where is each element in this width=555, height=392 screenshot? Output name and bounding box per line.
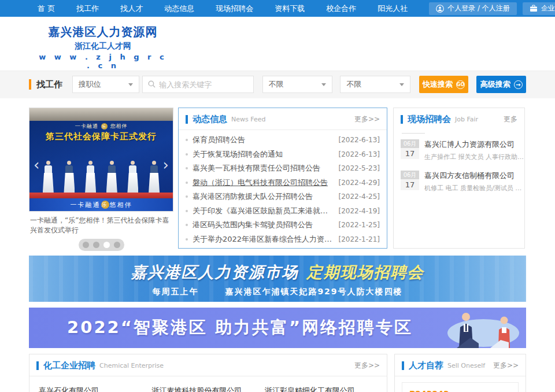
talent-self-recommend-panel: 人才自荐 Sell Oneself 更多>> P243243 男 ｜ 嘉兴市->… <box>394 354 526 392</box>
panel-accent-bar <box>36 361 39 370</box>
news-item[interactable]: 关于恢复现场招聘会的通知 [2022-6-13] <box>186 147 380 162</box>
news-item-date: [2022-4-25] <box>334 193 380 201</box>
carousel-slide[interactable]: 一卡融通 乐 您相伴 第三代社会保障卡正式发行 一卡融通 乐 悠相伴 <box>29 108 173 212</box>
news-item[interactable]: 关于举办2022年港区新春综合性人力资源暨春风... [2022-1-21] <box>186 232 380 247</box>
slide-title: 第三代社会保障卡正式发行 <box>29 131 173 142</box>
banner1-schedule: 每周五上午 <box>152 287 198 296</box>
bullet-icon <box>186 182 188 184</box>
carousel-dot[interactable] <box>83 242 89 248</box>
nav-item[interactable]: 找工作 <box>76 3 99 14</box>
nav-item[interactable]: 资料下载 <box>275 3 305 14</box>
carousel-dot-active[interactable] <box>103 242 110 248</box>
carousel-caption[interactable]: 一卡融通，“乐”您相伴！第三代社会保障卡嘉兴首发仪式举行 <box>29 216 173 236</box>
chemical-panel-subtitle: Chemical Enterprise <box>99 362 164 369</box>
nav-item[interactable]: 阳光人社 <box>378 3 408 14</box>
filter-select-2[interactable]: 不限 <box>340 76 410 93</box>
filter-select-1[interactable]: 不限 <box>262 76 333 93</box>
chevron-down-icon <box>321 83 326 86</box>
briefcase-icon <box>530 5 538 12</box>
advanced-search-button[interactable]: 高级搜索 → <box>476 76 526 93</box>
top-navigation: 首 页 找工作 找人才 动态信息 现场招聘会 资料下载 校企合作 阳光人社 个人… <box>0 0 555 17</box>
news-item-title: 嘉兴港区消防救援大队公开招聘公告 <box>193 191 313 202</box>
news-item[interactable]: 港区码头范围内集卡驾驶员招聘公告 [2022-1-25] <box>186 218 380 232</box>
nav-item[interactable]: 找人才 <box>120 3 143 14</box>
market-job-fair-banner[interactable]: 嘉兴港区人力资源市场定期现场招聘会 每周五上午嘉兴港区乍浦镇天妃路929号人防大… <box>29 256 526 302</box>
quick-search-label: 快速搜索 <box>423 79 453 90</box>
site-title: 嘉兴港区人力资源网 <box>35 24 171 40</box>
search-strip: 找工作 搜职位 不限 不限 快速搜索 GO 高级搜索 → <box>0 71 555 98</box>
job-fair-item[interactable]: 06月 17 嘉兴四方友信制桶有限公司 机修工 电工 质量检验员/测试员 叉车.… <box>394 171 524 193</box>
bullet-icon <box>186 167 188 169</box>
panel-accent-bar <box>186 115 188 124</box>
seal-icon: 乐 <box>101 201 109 209</box>
news-item-date: [2022-1-25] <box>334 221 380 229</box>
news-item[interactable]: 关于印发《嘉兴港区鼓励新员工来港就业补助操作... [2022-4-19] <box>186 204 380 219</box>
arrow-right-icon: → <box>514 80 523 89</box>
panel-accent-bar <box>401 115 403 124</box>
filter-2-value: 不限 <box>346 79 361 90</box>
talent-id: P243243 <box>409 389 511 392</box>
chemical-company-item[interactable]: 嘉兴石化有限公司 工艺员 设备管理 警卫（残疾工） <box>39 386 151 392</box>
chemical-company-item[interactable]: 浙江彩皇精细化工有限公司 普工（制造科） 营业担当 <box>265 386 378 392</box>
bullet-icon <box>186 238 188 241</box>
news-item[interactable]: 磐动（浙江）电气科技有限公司招聘公告 [2022-4-29] <box>186 176 380 190</box>
people-illustration <box>430 308 523 348</box>
personal-login-label: 个人登录 / 个人注册 <box>447 3 510 13</box>
bullet-icon <box>186 224 188 226</box>
person-icon <box>436 5 444 13</box>
news-item-title: 保育员招聘公告 <box>193 135 245 145</box>
job-fair-item[interactable]: 06月 17 嘉兴汇博人力资源有限公司 生产操作工 报关文员 人事行政助理... <box>394 139 524 161</box>
advanced-search-label: 高级搜索 <box>480 79 510 90</box>
company-name: 浙江彩皇精细化工有限公司 <box>265 386 378 392</box>
news-item-title: 关于举办2022年港区新春综合性人力资源暨春风... <box>193 234 334 245</box>
panel-accent-bar <box>402 361 404 370</box>
news-item-title: 港区码头范围内集卡驾驶员招聘公告 <box>193 220 313 230</box>
keyword-search-field[interactable] <box>142 76 253 93</box>
news-item-date: [2022-6-13] <box>334 150 380 158</box>
job-fair-positions: 机修工 电工 质量检验员/测试员 叉车... <box>424 184 524 193</box>
date-badge: 06月 17 <box>401 171 419 193</box>
chemical-panel-title: 化工企业招聘 <box>43 360 95 371</box>
quick-search-button[interactable]: 快速搜索 GO <box>419 76 469 93</box>
banner1-title-yellow: 定期现场招聘会 <box>307 263 424 281</box>
site-subtitle: 浙江化工人才网 <box>35 41 171 51</box>
banner1-address: 嘉兴港区乍浦镇天妃路929号人防大楼四楼 <box>225 287 402 296</box>
carousel-dot[interactable] <box>93 242 99 248</box>
nav-item[interactable]: 动态信息 <box>164 3 194 14</box>
date-badge: 06月 17 <box>401 139 419 161</box>
slide-tagline: 一卡融通 乐 您相伴 <box>29 123 173 130</box>
carousel-next-arrow[interactable]: › <box>163 159 169 171</box>
nav-item[interactable]: 现场招聘会 <box>216 3 253 14</box>
slide-footer-banner: 一卡融通 乐 悠相伴 <box>29 198 173 211</box>
chemical-company-item[interactable]: 浙江麦堆科技股份有限公司 销售专员 会计 土建主管 <box>151 386 264 392</box>
news-item-title: 嘉兴美一瓦科技有限责任公司招聘公告 <box>193 163 320 173</box>
search-category-select[interactable]: 搜职位 <box>72 76 140 93</box>
online-recruitment-banner[interactable]: 2022“智聚港区 助力共富”网络招聘专区 <box>29 308 526 348</box>
news-item-title: 磐动（浙江）电气科技有限公司招聘公告 <box>193 177 328 188</box>
carousel-prev-arrow[interactable]: ‹ <box>34 159 39 171</box>
job-fair-positions: 生产操作工 报关文员 人事行政助理... <box>424 153 524 161</box>
news-item[interactable]: 嘉兴港区消防救援大队公开招聘公告 [2022-4-25] <box>186 190 380 204</box>
talent-card[interactable]: P243243 男 ｜ 嘉兴市->嘉兴港区 ｜ 八年以上 <box>402 382 519 392</box>
site-logo[interactable]: 嘉兴港区人力资源网 浙江化工人才网 w w w . z j h g r c . … <box>35 24 171 70</box>
news-item-date: [2022-4-29] <box>334 179 380 187</box>
keyword-search-input[interactable] <box>159 80 240 89</box>
news-more-link[interactable]: 更多>> <box>354 114 380 124</box>
slide-people-decor <box>29 161 173 193</box>
news-item[interactable]: 保育员招聘公告 [2022-6-13] <box>186 133 380 147</box>
personal-login-button[interactable]: 个人登录 / 个人注册 <box>429 2 517 15</box>
nav-links: 首 页 找工作 找人才 动态信息 现场招聘会 资料下载 校企合作 阳光人社 <box>38 3 429 14</box>
talent-more-link[interactable]: 更多>> <box>493 361 519 371</box>
news-carousel: 一卡融通 乐 您相伴 第三代社会保障卡正式发行 一卡融通 乐 悠相伴 <box>29 108 173 249</box>
enterprise-entry-label: 企业入口 <box>541 3 555 13</box>
carousel-dot[interactable] <box>114 242 120 248</box>
chemical-more-link[interactable]: 更多>> <box>354 361 380 371</box>
nav-item[interactable]: 首 页 <box>38 3 55 14</box>
site-header: 嘉兴港区人力资源网 浙江化工人才网 w w w . z j h g r c . … <box>0 17 555 71</box>
nav-item[interactable]: 校企合作 <box>326 3 356 14</box>
job-fair-more-link[interactable]: 更多 <box>504 114 517 124</box>
enterprise-entry-button[interactable]: 企业入口 <box>523 2 555 15</box>
news-item[interactable]: 嘉兴美一瓦科技有限责任公司招聘公告 [2022-5-23] <box>186 161 380 176</box>
search-section-label: 找工作 <box>36 79 66 90</box>
bullet-icon <box>186 195 188 198</box>
